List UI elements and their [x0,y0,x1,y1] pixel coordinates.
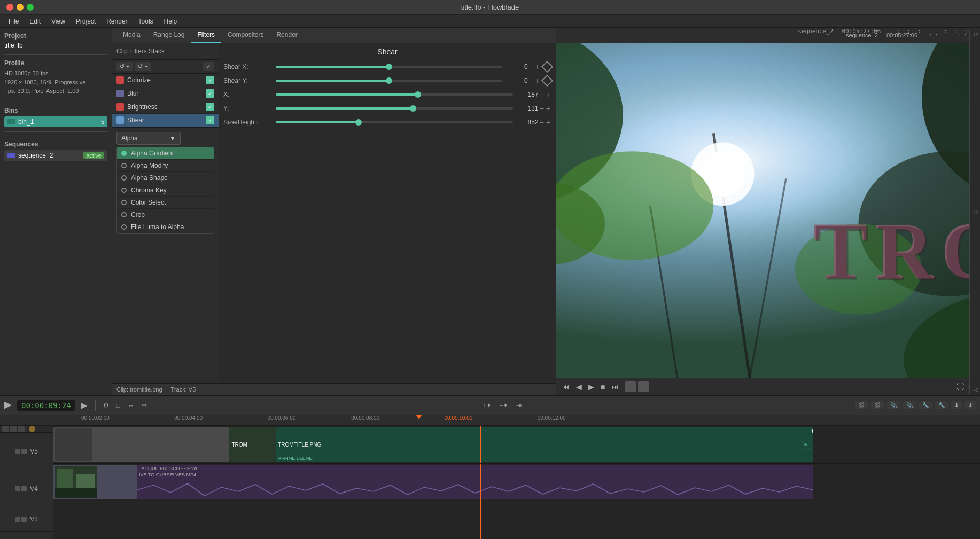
menu-project[interactable]: Project [72,17,100,26]
shear-checkbox[interactable] [206,116,214,124]
transport-sync4[interactable]: 📎 [903,401,916,409]
menu-view[interactable]: View [47,17,69,26]
brightness-checkbox[interactable] [206,103,214,111]
color-select-item[interactable]: Color Select [117,197,214,209]
shear-y-keyframe[interactable] [541,75,554,87]
shear-y-plus[interactable]: + [534,76,541,85]
v4-thumb-img [55,466,97,498]
menu-render[interactable]: Render [102,17,131,26]
menu-file[interactable]: File [4,17,23,26]
chroma-key-item[interactable]: Chroma Key [117,184,214,197]
tab-rangelog[interactable]: Range Log [147,28,191,43]
transport-sync3[interactable]: 📎 [887,401,900,409]
transport-sync1[interactable]: 🎬 [855,401,868,409]
preview-btn-group: ⏮ ◀ ▶ ■ ⏭ [560,381,952,392]
shear-y-label: Shear Y: [223,77,271,84]
x-plus[interactable]: + [545,90,551,99]
preview-stop[interactable]: ■ [598,381,607,392]
alpha-gradient-item[interactable]: Alpha Gradient [117,147,214,160]
shear-x-slider[interactable] [276,66,502,68]
transport-tools4[interactable]: ✂ [139,401,149,410]
shear-y-slider[interactable] [276,80,502,82]
transport-tools2[interactable]: □ [114,401,122,410]
menu-edit[interactable]: Edit [25,17,45,26]
x-slider[interactable] [276,93,513,96]
menu-tools[interactable]: Tools [134,17,158,26]
y-slider[interactable] [276,107,513,110]
preview-fullscreen[interactable]: ⛶ [954,381,966,392]
shear-x-keyframe[interactable] [541,61,554,73]
transport-sync7[interactable]: ⬇ [951,401,962,409]
add-filter-btn[interactable]: ↺ + [116,62,133,71]
alpha-shape-item[interactable]: Alpha Shape [117,172,214,184]
v5-main-clip[interactable]: TROMTITLE.PNG AFFINE BLEND ⊙ [276,427,813,462]
v4-main-clip[interactable]: JACQUE FRESCO - -IF WI IVE TO OURSELVES.… [137,465,813,499]
playhead-top [416,415,422,419]
transport-sync2[interactable]: 🎬 [871,401,884,409]
track-label-v5: V5 [0,433,53,470]
remove-filter-btn[interactable]: ↺ − [135,62,151,71]
sequence-info: sequence_2 00:05:27:06 --:--:--:-- --:--… [798,28,976,35]
file-luma-item[interactable]: File Luma to Alpha [117,221,214,233]
size-height-minus[interactable]: − [539,118,545,127]
sequence-item[interactable]: sequence_2 active [4,150,107,161]
alpha-modify-item[interactable]: Alpha Modify [117,160,214,172]
transport-tools3[interactable]: ↔ [126,401,136,410]
track-v2-row[interactable] [53,525,980,539]
filter-blur[interactable]: Blur [112,87,219,100]
alpha-dropdown[interactable]: Alpha ▼ [116,132,181,145]
bin-1[interactable]: bin_1 5 [4,116,107,127]
preview-prev-frame[interactable]: ⏮ [560,381,572,392]
profile-label: Profile [4,59,107,67]
x-minus[interactable]: − [539,90,545,99]
filter-colorize[interactable]: Colorize [112,74,219,87]
tab-filters[interactable]: Filters [191,28,221,43]
close-button[interactable] [6,4,13,11]
y-minus[interactable]: − [539,104,545,113]
fullscreen-button[interactable] [27,4,34,11]
colorize-checkbox[interactable] [206,76,214,84]
preview-play[interactable]: ▶ [586,381,596,392]
size-height-plus[interactable]: + [545,118,551,127]
filter-shear[interactable]: Shear [112,114,219,127]
transport-sync5[interactable]: 🔧 [919,401,932,409]
track-v5-row[interactable]: TROM TROMTITLE.PNG AFFINE BLEND ⊙ [53,426,980,464]
filter-brightness[interactable]: Brightness [112,100,219,114]
tab-media[interactable]: Media [116,28,147,43]
preview-ruler: -12 -20 -40 [969,30,980,395]
shear-y-minus[interactable]: − [528,76,534,85]
tab-render[interactable]: Render [270,28,304,43]
shear-x-minus[interactable]: − [528,63,534,71]
v4-thumbnail-clip[interactable] [53,465,137,499]
blur-checkbox[interactable] [206,89,214,98]
y-plus[interactable]: + [545,104,551,113]
shear-x-plus[interactable]: + [534,63,541,71]
track-v4-row[interactable]: JACQUE FRESCO - -IF WI IVE TO OURSELVES.… [53,464,980,501]
v4-waveform [137,481,813,499]
v4-clip-sublabel: IVE TO OURSELVES.MP4 [139,472,196,478]
menubar: File Edit View Project Render Tools Help [0,15,980,28]
v5-trom-mini[interactable]: TROM [229,427,276,462]
tab-compositors[interactable]: Compositors [221,28,270,43]
preview-next-frame[interactable]: ⏭ [609,381,621,392]
transport-add-mark[interactable]: +✦ [480,401,494,410]
transport-sync8[interactable]: ⬇ [965,401,976,409]
menu-help[interactable]: Help [160,17,182,26]
crop-item[interactable]: Crop [117,209,214,221]
filter-check-all-btn[interactable]: ✓ [203,62,214,71]
size-height-slider[interactable] [276,121,513,123]
transport-splice[interactable]: ⇥ [514,401,524,410]
track-v3-row[interactable] [53,501,980,525]
track-label-toolbar [0,426,53,433]
transport-tools1[interactable]: ⚙ [101,401,111,410]
transport-play-arrow[interactable]: ▶ [79,399,89,411]
transport-remove-mark[interactable]: −✦ [497,401,510,410]
clip-end-marker [812,429,813,433]
transport-sync6[interactable]: 🔧 [935,401,948,409]
center-panel: Media Range Log Filters Compositors Rend… [112,28,556,395]
minimize-button[interactable] [17,4,24,11]
v5-pre-clip[interactable] [53,427,229,462]
shear-label: Shear [127,116,206,124]
preview-play-back[interactable]: ◀ [574,381,584,392]
svg-text:TROM: TROM [815,207,980,298]
